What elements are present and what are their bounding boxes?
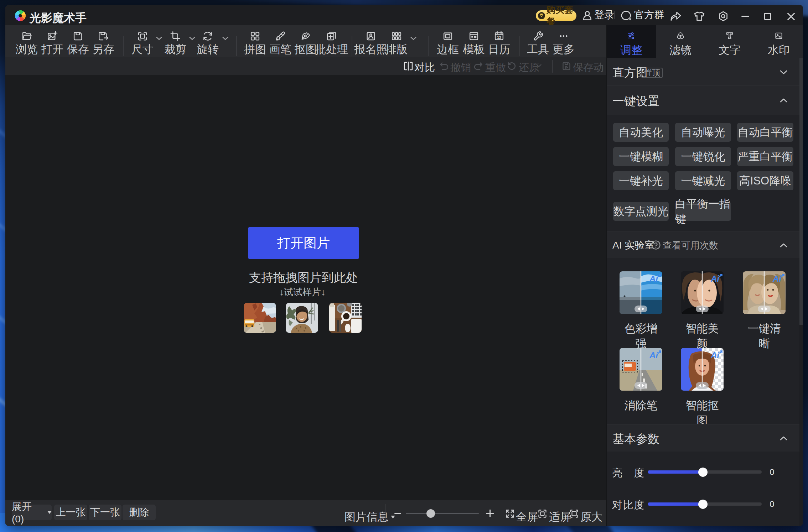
svg-text:Ai: Ai xyxy=(710,274,720,283)
svg-text:12: 12 xyxy=(497,36,501,40)
svg-text:Ai: Ai xyxy=(649,350,658,360)
svg-text:Ai: Ai xyxy=(710,350,720,360)
svg-text:Ai: Ai xyxy=(772,274,782,283)
svg-text:Ai: Ai xyxy=(649,274,658,283)
